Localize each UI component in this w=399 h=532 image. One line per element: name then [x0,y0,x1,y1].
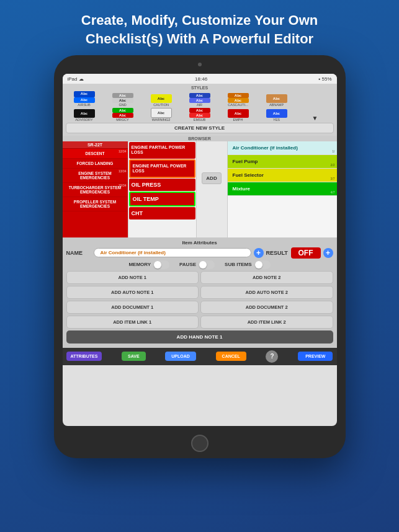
checklist-item-engine[interactable]: ENGINE SYSTEM EMERGENCIES 13/34 [63,169,128,183]
right-item-fuel-pump[interactable]: Fuel Pump 2/2 [228,155,337,169]
create-style-btn[interactable]: CREATE NEW STYLE [66,123,334,133]
style-mrgcy[interactable]: Abc Abc MRGCY [104,108,141,122]
add-item-link-1-btn[interactable]: ADD ITEM LINK 1 [66,316,199,329]
result-plus-btn[interactable]: + [323,248,333,258]
add-note-1-btn[interactable]: ADD NOTE 1 [66,271,199,284]
add-auto-note-2-btn[interactable]: ADD AUTO NOTE 2 [200,286,333,299]
memory-label: MEMORY [128,262,151,267]
cancel-btn[interactable]: CANCEL [216,352,246,361]
add-item-link-2-btn[interactable]: ADD ITEM LINK 2 [200,316,333,329]
style-warning2[interactable]: Abc WARNING2 [143,108,180,122]
attributes-btn[interactable]: ATTRIBUTES [66,352,102,361]
attributes-section: Item Attributes NAME Air Conditioner (if… [63,237,337,348]
pause-toggle[interactable] [199,260,215,269]
browser-label: BROWSER [63,136,337,141]
engine-partial-2[interactable]: ENGINE PARTIAL POWER LOSS [129,159,195,179]
memory-toggle-group: MEMORY [128,260,169,269]
style-air[interactable]: Abc Abc AIR [181,93,218,107]
pause-label: PAUSE [179,262,196,267]
subitems-toggle[interactable] [254,260,271,269]
styles-section: STYLES Abc Abc AIRSUB Abc Abc GND Abc [63,84,337,135]
result-value: OFF [298,249,313,257]
camera [198,63,202,66]
style-cascauti[interactable]: Abc Abc CASCAUTI... [220,93,257,107]
oil-temp-item[interactable]: OIL TEMP [129,192,195,206]
name-value: Air Conditioner (if installed) [101,250,166,255]
status-left: iPad ☁ [68,76,84,82]
style-abnamp[interactable]: Abc ABNAMP [258,94,295,107]
header-line1: Create, Modify, Customize Your Own [25,11,374,30]
style-emph[interactable]: Abc EMPH [220,109,257,122]
styles-dropdown[interactable]: ▼ [297,115,334,122]
name-label: NAME [66,250,91,256]
checklist-panel: SR-22T DESCENT 12/34 FORCED LANDING ENGI… [63,141,128,237]
style-yes[interactable]: Abc YES [258,109,295,122]
subitems-label: SUB ITEMS [225,262,252,267]
style-emsub[interactable]: Abc Abc EMSUB [181,108,218,122]
right-panel: Air Conditioner (if installed) 1/ Fuel P… [227,141,337,237]
preview-btn[interactable]: PREVIEW [298,352,333,361]
result-label: RESULT [266,250,289,256]
attributes-title: Item Attributes [66,240,333,246]
add-column: ADD [196,141,227,237]
status-right: ▪ 55% [318,76,331,82]
checklist-item-turbo[interactable]: TURBOCHARGER SYSTEM EMERGENCIES 15/34 [63,183,128,197]
name-plus-btn[interactable]: + [254,248,264,258]
cht-item[interactable]: CHT [129,207,195,219]
styles-label: STYLES [66,86,334,90]
browser-area: SR-22T DESCENT 12/34 FORCED LANDING ENGI… [63,141,337,237]
ipad-screen: iPad ☁ 18:46 ▪ 55% STYLES Abc Abc AIRSUB… [63,74,337,426]
right-item-mixture[interactable]: Mixture 4/7 [228,182,337,196]
add-auto-note-1-btn[interactable]: ADD AUTO NOTE 1 [66,286,199,299]
question-btn[interactable]: ? [266,350,278,363]
add-doc-1-btn[interactable]: ADD DOCUMENT 1 [66,301,199,314]
header-line2: Checklist(s) With A Powerful Editor [25,30,374,48]
add-note-2-btn[interactable]: ADD NOTE 2 [200,271,333,284]
memory-toggle[interactable] [153,260,169,269]
style-airsub[interactable]: Abc Abc AIRSUB [66,91,103,106]
checklist-header: SR-22T [63,141,128,149]
add-btn[interactable]: ADD [202,172,221,184]
right-item-airconditioner[interactable]: Air Conditioner (if installed) 1/ [228,141,337,155]
bottom-toolbar: ATTRIBUTES SAVE UPLOAD CANCEL ? PREVIEW [63,348,337,365]
status-bar: iPad ☁ 18:46 ▪ 55% [63,74,337,84]
oil-press-item[interactable]: OIL PRESS [129,179,195,191]
hand-note-btn[interactable]: ADD HAND NOTE 1 [66,330,333,344]
upload-btn[interactable]: UPLOAD [165,352,196,361]
engine-partial-1[interactable]: ENGINE PARTIAL POWER LOSS [129,142,195,159]
name-value-field[interactable]: Air Conditioner (if installed) [94,248,251,257]
style-caution[interactable]: Abc CAUTION [143,94,180,107]
checklist-item-descent[interactable]: DESCENT 12/34 [63,149,128,159]
header: Create, Modify, Customize Your Own Check… [0,0,399,55]
right-item-fuel-selector[interactable]: Fuel Selector 3/7 [228,169,337,182]
checklist-item-forced[interactable]: FORCED LANDING [63,159,128,169]
subitems-toggle-group: SUB ITEMS [225,260,271,269]
home-button[interactable] [191,435,208,452]
status-center: 18:46 [195,76,207,82]
result-badge[interactable]: OFF [291,247,321,259]
add-doc-2-btn[interactable]: ADD DOCUMENT 2 [200,301,333,314]
style-advisory[interactable]: Abc ADVISORY [66,109,103,122]
items-panel: ENGINE PARTIAL POWER LOSS ENGINE PARTIAL… [128,141,196,237]
style-gnd[interactable]: Abc Abc GND [104,93,141,107]
ipad: iPad ☁ 18:46 ▪ 55% STYLES Abc Abc AIRSUB… [54,55,346,458]
pause-toggle-group: PAUSE [179,260,215,269]
checklist-item-propeller[interactable]: PROPELLER SYSTEM EMERGENCIES [63,197,128,211]
save-btn[interactable]: SAVE [122,352,146,361]
